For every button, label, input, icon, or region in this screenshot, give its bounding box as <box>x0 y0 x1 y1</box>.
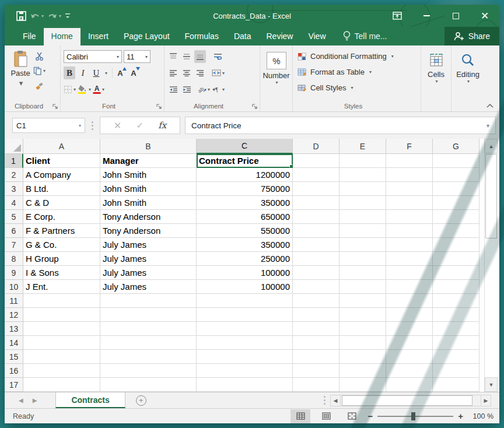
cell-C8[interactable]: 250000 <box>197 252 293 266</box>
increase-font-button[interactable]: A <box>114 66 126 79</box>
minimize-button[interactable] <box>412 5 441 27</box>
number-caret[interactable]: ▾ <box>275 80 278 85</box>
ribbon-tab-insert[interactable]: Insert <box>80 28 116 45</box>
cell-F5[interactable] <box>386 210 433 224</box>
font-family-combo[interactable]: Calibri▾ <box>64 50 122 63</box>
ribbon-tab-view[interactable]: View <box>300 28 333 45</box>
row-header-16[interactable]: 16 <box>5 364 23 378</box>
fill-color-caret[interactable]: ▾ <box>89 87 91 92</box>
name-box[interactable]: C1 ▾ <box>12 118 85 133</box>
tell-me-box[interactable]: Tell me... <box>337 27 393 45</box>
cell-C3[interactable]: 750000 <box>197 182 293 196</box>
undo-button[interactable]: ▾ <box>30 12 44 20</box>
cell-G3[interactable] <box>433 182 480 196</box>
prev-sheet-button[interactable]: ◀ <box>19 397 23 404</box>
cell-B7[interactable]: July James <box>100 238 197 252</box>
font-dialog-launcher[interactable] <box>156 104 162 109</box>
font-color-caret[interactable]: ▾ <box>102 87 104 92</box>
align-right-button[interactable] <box>194 66 206 79</box>
cell-E3[interactable] <box>340 182 386 196</box>
cell-C9[interactable]: 100000 <box>197 266 293 280</box>
page-break-view-button[interactable] <box>342 409 362 423</box>
cell-C14[interactable] <box>197 336 293 350</box>
scroll-left-button[interactable]: ◀ <box>330 395 341 406</box>
cell-D14[interactable] <box>293 336 340 350</box>
cell-F16[interactable] <box>386 364 433 378</box>
cell-A8[interactable]: H Group <box>23 252 100 266</box>
column-header-g[interactable]: G <box>433 139 480 154</box>
orientation-button[interactable]: ab▾ <box>198 83 210 96</box>
cell-D9[interactable] <box>293 266 340 280</box>
cell-D2[interactable] <box>293 168 340 182</box>
cell-E13[interactable] <box>340 322 386 336</box>
cell-B9[interactable]: July James <box>100 266 197 280</box>
formula-input[interactable]: Contract Price ▾ <box>185 117 496 134</box>
merge-caret[interactable]: ▾ <box>222 71 225 76</box>
row-header-4[interactable]: 4 <box>5 196 23 210</box>
redo-button[interactable]: ▾ <box>47 12 61 20</box>
column-header-d[interactable]: D <box>293 139 340 154</box>
row-header-17[interactable]: 17 <box>5 378 23 392</box>
cell-C13[interactable] <box>197 322 293 336</box>
close-button[interactable]: ✕ <box>470 5 499 27</box>
zoom-out-button[interactable]: − <box>368 411 373 421</box>
bold-button[interactable]: B <box>64 66 75 79</box>
row-header-10[interactable]: 10 <box>5 280 23 294</box>
paste-button[interactable]: Paste ▾ <box>8 48 33 92</box>
ribbon-tab-review[interactable]: Review <box>259 28 301 45</box>
cell-D11[interactable] <box>293 294 340 308</box>
horizontal-scroll-track[interactable] <box>341 395 481 406</box>
vertical-scroll-thumb[interactable] <box>485 154 497 238</box>
collapse-ribbon-button[interactable] <box>487 104 494 108</box>
decrease-indent-button[interactable] <box>167 83 179 96</box>
editing-caret[interactable]: ▾ <box>467 79 470 84</box>
cell-C15[interactable] <box>197 350 293 364</box>
cell-A4[interactable]: C & D <box>23 196 100 210</box>
cell-F14[interactable] <box>386 336 433 350</box>
cell-G17[interactable] <box>433 378 480 392</box>
cell-D5[interactable] <box>293 210 340 224</box>
cell-E10[interactable] <box>340 280 386 294</box>
cell-E11[interactable] <box>340 294 386 308</box>
cell-C11[interactable] <box>197 294 293 308</box>
horizontal-scrollbar[interactable]: ◀ ▶ <box>330 392 499 408</box>
cell-B11[interactable] <box>100 294 197 308</box>
zoom-in-button[interactable]: + <box>458 411 463 421</box>
cell-D1[interactable] <box>293 154 340 168</box>
cell-B2[interactable]: John Smith <box>100 168 197 182</box>
row-header-8[interactable]: 8 <box>5 252 23 266</box>
cell-C12[interactable] <box>197 308 293 322</box>
cell-B16[interactable] <box>100 364 197 378</box>
ribbon-display-options-button[interactable] <box>383 5 412 27</box>
cell-G1[interactable] <box>433 154 480 168</box>
sheet-tab-contracts[interactable]: Contracts <box>55 392 125 408</box>
cell-G4[interactable] <box>433 196 480 210</box>
cell-B1[interactable]: Manager <box>100 154 197 168</box>
cell-E4[interactable] <box>340 196 386 210</box>
cell-F2[interactable] <box>386 168 433 182</box>
decrease-font-button[interactable]: A <box>128 66 139 79</box>
font-size-combo[interactable]: 11▾ <box>124 50 150 63</box>
row-header-7[interactable]: 7 <box>5 238 23 252</box>
cell-G8[interactable] <box>433 252 480 266</box>
cell-C1[interactable]: Contract Price <box>197 154 293 168</box>
cell-D17[interactable] <box>293 378 340 392</box>
share-button[interactable]: Share <box>444 27 499 45</box>
column-header-c[interactable]: C <box>197 139 293 154</box>
cell-A14[interactable] <box>23 336 100 350</box>
format-as-table-caret[interactable]: ▾ <box>369 69 372 75</box>
new-sheet-button[interactable]: + <box>125 392 157 408</box>
zoom-slider-track[interactable] <box>377 416 453 417</box>
cell-D6[interactable] <box>293 224 340 238</box>
editing-button[interactable]: Editing ▾ <box>454 48 481 84</box>
cell-G6[interactable] <box>433 224 480 238</box>
cell-B14[interactable] <box>100 336 197 350</box>
cell-B4[interactable]: John Smith <box>100 196 197 210</box>
cell-D3[interactable] <box>293 182 340 196</box>
ribbon-tab-file[interactable]: File <box>15 28 44 45</box>
redo-dropdown-caret[interactable]: ▾ <box>59 13 61 19</box>
cell-B3[interactable]: John Smith <box>100 182 197 196</box>
fill-handle[interactable] <box>289 164 293 168</box>
cell-E6[interactable] <box>340 224 386 238</box>
cell-F12[interactable] <box>386 308 433 322</box>
